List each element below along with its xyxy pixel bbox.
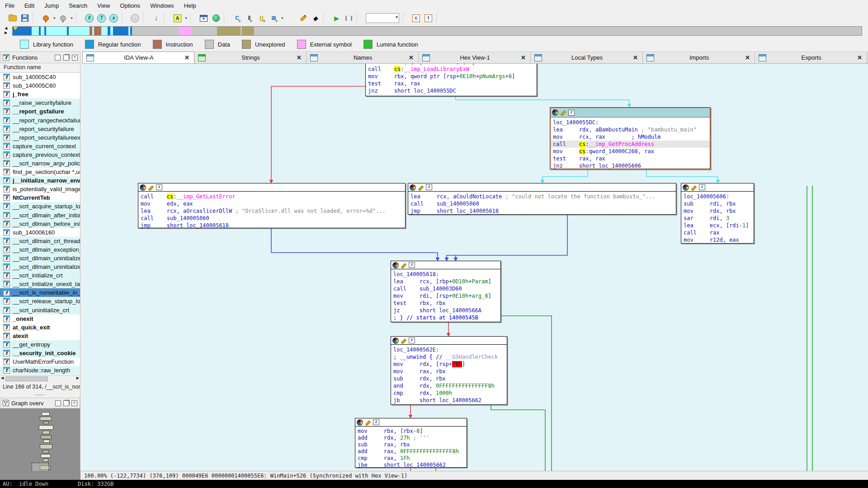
pause-icon[interactable] bbox=[343, 13, 354, 24]
tab-close-icon[interactable]: ✕ bbox=[184, 54, 190, 61]
window-dropdown[interactable]: ▾ bbox=[280, 16, 285, 20]
compile-c-button[interactable]: c bbox=[410, 13, 422, 24]
tab-ida-view-a[interactable]: IDA View-A✕ bbox=[82, 52, 194, 63]
asm-line[interactable]: mov rbx, qword ptr [rsp+0E10h+pNumArgs+8… bbox=[368, 73, 534, 80]
menu-view[interactable]: View bbox=[92, 1, 115, 10]
asm-line[interactable]: sub rdx, rbx bbox=[393, 375, 505, 382]
asm-line[interactable]: call cs:__imp_GetProcAddress bbox=[551, 141, 710, 148]
highlight-dropdown[interactable]: ▾ bbox=[184, 16, 189, 20]
asm-line[interactable]: call sub_140005060 bbox=[410, 200, 674, 207]
block-color-icon[interactable] bbox=[357, 419, 363, 426]
overview-restore-icon[interactable] bbox=[55, 400, 61, 406]
function-row[interactable]: fat_quick_exit bbox=[0, 323, 80, 332]
breakpoint-icon[interactable]: ◆ bbox=[310, 13, 321, 24]
function-row[interactable]: fcharNode::raw_length bbox=[0, 366, 80, 375]
address-navigator[interactable] bbox=[12, 26, 862, 36]
asm-line[interactable]: mov rdi, [rsp+0E10h+arg_8] bbox=[393, 292, 498, 300]
basic-block-1[interactable]: zloc_1400055DC:lea rdx, aBambustuMain ; … bbox=[550, 107, 711, 169]
function-name-column-header[interactable]: Function name bbox=[0, 64, 80, 73]
asm-line[interactable]: ; } // starts at 14000545B bbox=[393, 314, 498, 321]
block-group-icon[interactable]: z bbox=[568, 110, 575, 116]
function-row[interactable]: f__scrt_initialize_crt bbox=[0, 271, 80, 280]
tab-strings[interactable]: Strings✕ bbox=[194, 52, 307, 63]
jump-back-dropdown[interactable]: ▾ bbox=[52, 16, 57, 20]
jump-forward-icon[interactable] bbox=[57, 13, 69, 24]
open-hex-window-icon[interactable]: x bbox=[108, 13, 119, 24]
hscroll-left-icon[interactable]: ◀ bbox=[1, 376, 4, 380]
tab-close-icon[interactable]: ✕ bbox=[520, 54, 527, 61]
highlight-icon[interactable]: A bbox=[172, 13, 183, 24]
block-title-bar[interactable]: z bbox=[391, 261, 500, 269]
edit-pencil-icon[interactable] bbox=[297, 13, 309, 24]
open-file-icon[interactable] bbox=[7, 13, 18, 24]
asm-line[interactable]: test rax, rax bbox=[553, 155, 708, 162]
function-row[interactable]: f__raise_securityfailure bbox=[0, 99, 80, 107]
asm-line[interactable]: mov rax, rbx bbox=[393, 368, 505, 375]
asm-line[interactable]: lea rcx, aCouldNotLocate ; "could not lo… bbox=[410, 193, 674, 200]
function-row[interactable]: f__report_securityfailureex bbox=[0, 133, 80, 142]
basic-block-3[interactable]: zlea rcx, aCouldNotLocate ; "could not l… bbox=[408, 183, 676, 215]
band-left-arrow-icon[interactable]: ◀ bbox=[5, 27, 7, 30]
asm-line[interactable]: loc_14000562E: bbox=[393, 346, 505, 353]
function-row[interactable]: fcapture_previous_context bbox=[0, 150, 80, 159]
tab-names[interactable]: Names✕ bbox=[307, 52, 419, 63]
block-edit-icon[interactable] bbox=[148, 185, 154, 190]
basic-block-0[interactable]: lea rdx, [rsp+0E10h+Dst] ; SplashScreenN… bbox=[365, 64, 537, 96]
asm-line[interactable]: sub rax, rbx bbox=[358, 441, 464, 448]
debugger-combo[interactable] bbox=[366, 13, 399, 23]
function-list-hscrollbar[interactable]: ◀ ▶ bbox=[0, 375, 80, 382]
run-icon[interactable]: ▶ bbox=[331, 13, 342, 24]
graph-overview-minimap[interactable] bbox=[0, 408, 80, 481]
function-row[interactable]: f__scrt_uninitialize_crt bbox=[0, 306, 80, 314]
overview-close-icon[interactable]: × bbox=[71, 400, 77, 406]
function-row[interactable]: f__scrt_initialize_onexit_tables bbox=[0, 280, 80, 288]
function-row[interactable]: f__security_init_cookie bbox=[0, 349, 80, 357]
function-row[interactable]: f__report_gsfailure bbox=[0, 107, 80, 116]
function-row[interactable]: f__scrt_dllmain_before_initialize_c bbox=[0, 220, 80, 228]
tab-local-types[interactable]: Local Types✕ bbox=[531, 52, 643, 63]
block-group-icon[interactable]: z bbox=[699, 184, 705, 190]
tab-close-icon[interactable]: ✕ bbox=[632, 54, 639, 61]
basic-block-6[interactable]: zloc_14000562E:; __unwind { // __GSHandl… bbox=[391, 336, 507, 405]
basic-block-2[interactable]: zcall cs:__imp_GetLastErrormov edx, eaxl… bbox=[138, 183, 406, 228]
block-edit-icon[interactable] bbox=[401, 338, 406, 343]
asm-line[interactable]: test rax, rax bbox=[368, 80, 534, 87]
asm-line[interactable]: lea rcx, aOrcaslicerDllW ; "OrcaSlicer.d… bbox=[141, 207, 403, 215]
block-title-bar[interactable]: z bbox=[551, 108, 710, 117]
function-row[interactable]: fj_free bbox=[0, 90, 80, 99]
block-color-icon[interactable] bbox=[683, 184, 689, 191]
asm-line[interactable]: jnz short loc_1400055DC bbox=[368, 87, 534, 94]
block-edit-icon[interactable] bbox=[418, 185, 424, 190]
block-group-icon[interactable]: z bbox=[409, 262, 415, 268]
nav-window-icon[interactable]: ▲ bbox=[198, 13, 209, 24]
block-edit-icon[interactable] bbox=[691, 185, 697, 190]
block-color-icon[interactable] bbox=[392, 338, 399, 344]
add-struct-icon[interactable]: C bbox=[231, 13, 243, 24]
function-row[interactable]: f__scrt_dllmain_exception_filter bbox=[0, 245, 80, 254]
tab-close-icon[interactable]: ✕ bbox=[296, 54, 302, 61]
jump-back-icon[interactable] bbox=[40, 13, 52, 24]
asm-line[interactable]: call sub_140003D60 bbox=[393, 285, 498, 292]
block-color-icon[interactable] bbox=[140, 184, 146, 191]
function-row[interactable]: fatexit bbox=[0, 332, 80, 340]
asm-line[interactable]: mov r12d, eax bbox=[684, 236, 751, 244]
block-color-icon[interactable] bbox=[392, 262, 399, 268]
function-row[interactable]: fsub_140005C60 bbox=[0, 81, 80, 90]
tab-hex-view-1[interactable]: Hex View-1✕ bbox=[419, 52, 531, 63]
add-enum-icon[interactable]: Ⅱ bbox=[244, 13, 255, 24]
basic-block-7[interactable]: zmov rbx, [rbx-8]add rdx, 27h ; '''sub r… bbox=[355, 418, 467, 468]
asm-line[interactable]: mov rdx, rbx bbox=[684, 207, 751, 215]
tab-close-icon[interactable]: ✕ bbox=[856, 54, 863, 61]
function-row[interactable]: fsub_140006160 bbox=[0, 228, 80, 237]
block-group-icon[interactable]: z bbox=[426, 184, 432, 190]
asm-line[interactable]: mov edx, eax bbox=[141, 200, 403, 207]
asm-line[interactable]: and rdx, 0FFFFFFFFFFFFFFF8h bbox=[393, 382, 505, 389]
menu-search[interactable]: Search bbox=[64, 1, 92, 10]
band-right-arrow-icon[interactable]: ▶ bbox=[5, 31, 7, 35]
graph-view[interactable]: lea rdx, [rsp+0E10h+Dst] ; SplashScreenN… bbox=[82, 64, 868, 471]
function-row[interactable]: f__scrt_acquire_startup_lock bbox=[0, 202, 80, 211]
asm-line[interactable]: call cs:__imp_GetLastError bbox=[141, 193, 403, 200]
jump-forward-dropdown[interactable]: ▾ bbox=[69, 16, 74, 20]
block-color-icon[interactable] bbox=[552, 109, 558, 116]
function-row[interactable]: f_onexit bbox=[0, 314, 80, 323]
